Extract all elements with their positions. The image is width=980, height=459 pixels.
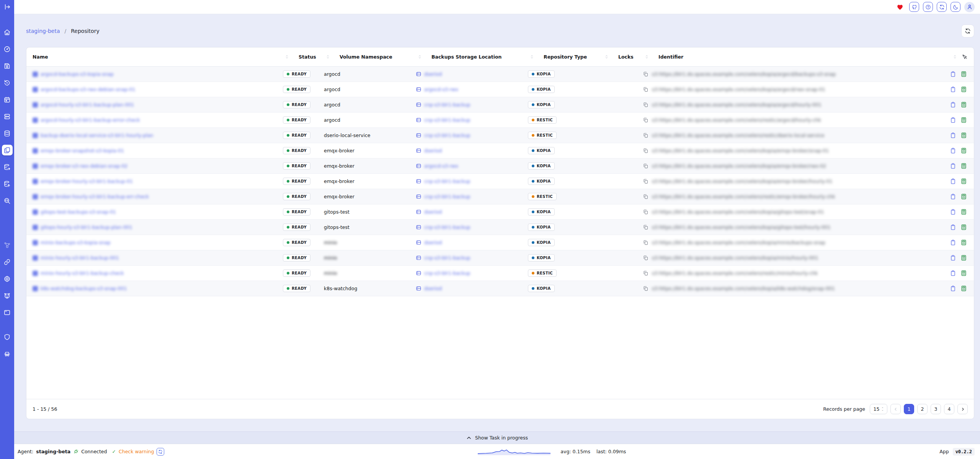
repository-name-link[interactable]: minio-backups-s3-kopia-snap [41, 240, 111, 245]
storage-location-link[interactable]: cnp-s3-blr1-backup [424, 178, 470, 184]
sidebar-item-settings[interactable] [2, 273, 13, 284]
sort-icon[interactable] [325, 54, 330, 59]
calculator-action-icon[interactable] [960, 163, 967, 169]
sort-icon[interactable] [284, 54, 289, 59]
repository-name-link[interactable]: k8s-watchdog-backups-s3-snap-001 [41, 286, 127, 291]
calculator-action-icon[interactable] [960, 101, 967, 108]
storage-location-link[interactable]: dseriod [424, 209, 442, 215]
page-prev-button[interactable] [890, 404, 901, 414]
calculator-action-icon[interactable] [960, 71, 967, 77]
storage-location-link[interactable]: dseriod [424, 240, 442, 245]
calculator-action-icon[interactable] [960, 132, 967, 139]
sidebar-item-console[interactable] [2, 307, 13, 318]
clipboard-action-icon[interactable] [950, 101, 956, 108]
repository-name-link[interactable]: argocd-backups-s3-rwx-debian-snap-01 [41, 87, 136, 92]
sidebar-item-dashboard[interactable] [2, 44, 13, 54]
repository-name-link[interactable]: argocd-hourly-s3-blr1-backup-error-check [41, 117, 140, 123]
clipboard-action-icon[interactable] [950, 163, 956, 169]
column-header-identifier[interactable]: Identifier [654, 54, 962, 60]
clipboard-action-icon[interactable] [950, 147, 956, 154]
page-next-button[interactable] [957, 404, 968, 414]
check-warning-link[interactable]: Check warning [119, 449, 154, 454]
breadcrumb-agent-link[interactable]: staging-beta [26, 28, 60, 34]
clipboard-action-icon[interactable] [950, 285, 956, 292]
sort-icon[interactable] [644, 54, 649, 59]
clipboard-action-icon[interactable] [950, 86, 956, 93]
repository-name-link[interactable]: backup-dserio-local-service-s3-blr1-hour… [41, 132, 154, 138]
user-avatar[interactable] [964, 2, 975, 12]
copy-icon[interactable] [643, 71, 648, 77]
repository-name-link[interactable]: minio-hourly-s3-blr1-backup-001 [41, 255, 119, 261]
copy-icon[interactable] [643, 224, 648, 230]
clipboard-action-icon[interactable] [950, 270, 956, 276]
page-button-3[interactable]: 3 [931, 404, 941, 414]
sidebar-item-backups-export[interactable] [2, 162, 13, 172]
sidebar-item-home[interactable] [2, 27, 13, 38]
repository-name-link[interactable]: minio-hourly-s3-blr1-backup-check [41, 270, 124, 276]
column-header-status[interactable]: Status [294, 54, 335, 60]
copy-icon[interactable] [643, 117, 648, 123]
calculator-action-icon[interactable] [960, 224, 967, 230]
sort-icon[interactable] [529, 54, 534, 59]
sidebar-item-security[interactable] [2, 332, 13, 342]
clipboard-action-icon[interactable] [950, 224, 956, 230]
copy-icon[interactable] [643, 148, 648, 154]
sidebar-item-storage-locations[interactable] [2, 111, 13, 122]
repository-name-link[interactable]: emqx-broker-snapshot-s3-kopia-01 [41, 148, 124, 154]
storage-location-link[interactable]: cnp-s3-blr1-backup [424, 102, 470, 108]
sidebar-item-watchdog[interactable] [2, 290, 13, 301]
calculator-action-icon[interactable] [960, 117, 967, 123]
page-button-4[interactable]: 4 [944, 404, 954, 414]
calculator-action-icon[interactable] [960, 285, 967, 292]
repository-name-link[interactable]: argocd-hourly-s3-blr1-backup-plan-001 [41, 102, 134, 108]
column-header-backups-storage-location[interactable]: Backups Storage Location [427, 54, 539, 60]
column-header-repository-type[interactable]: Repository Type [539, 54, 614, 60]
copy-icon[interactable] [643, 178, 648, 184]
storage-location-link[interactable]: cnp-s3-blr1-backup [424, 224, 470, 230]
clipboard-action-icon[interactable] [950, 132, 956, 139]
copy-icon[interactable] [643, 87, 648, 92]
copy-icon[interactable] [643, 194, 648, 199]
sidebar-item-backups[interactable] [2, 60, 13, 71]
copy-icon[interactable] [643, 270, 648, 276]
copy-icon[interactable] [643, 286, 648, 291]
sidebar-item-privacy[interactable] [2, 348, 13, 359]
repository-name-link[interactable]: gitops-test-backups-s3-snap-01 [41, 209, 116, 215]
show-task-bar[interactable]: Show Task in progress [14, 431, 980, 444]
sidebar-item-backups-upload[interactable] [2, 178, 13, 189]
sort-icon[interactable] [417, 54, 422, 59]
calculator-action-icon[interactable] [960, 270, 967, 276]
storage-location-link[interactable]: cnp-s3-blr1-backup [424, 194, 470, 199]
clipboard-action-icon[interactable] [950, 239, 956, 246]
calculator-action-icon[interactable] [960, 239, 967, 246]
clipboard-action-icon[interactable] [950, 209, 956, 215]
calculator-action-icon[interactable] [960, 178, 967, 185]
clipboard-action-icon[interactable] [950, 193, 956, 200]
page-button-1[interactable]: 1 [904, 404, 914, 414]
column-header-name[interactable]: Name [26, 54, 294, 60]
repository-name-link[interactable]: emqx-broker-s3-rwx-debian-snap-02 [41, 163, 127, 169]
dark-mode-button[interactable] [951, 2, 960, 12]
copy-icon[interactable] [643, 132, 648, 138]
storage-location-link[interactable]: argocd-s3-rwx [424, 87, 458, 92]
sidebar-item-inspect[interactable] [2, 195, 13, 206]
sidebar-item-links[interactable] [2, 256, 13, 267]
sidebar-item-snapshot-locations[interactable] [2, 128, 13, 139]
sidebar-item-repositories[interactable] [2, 145, 13, 155]
storage-location-link[interactable]: cnp-s3-blr1-backup [424, 255, 470, 261]
sort-icon[interactable] [604, 54, 609, 59]
table-refresh-button[interactable] [961, 25, 974, 38]
calculator-action-icon[interactable] [960, 255, 967, 261]
storage-location-link[interactable]: dseriod [424, 148, 442, 154]
page-button-2[interactable]: 2 [917, 404, 928, 414]
records-per-page-select[interactable]: 15 ⌃⌄ [870, 404, 887, 414]
sidebar-item-restores[interactable] [2, 77, 13, 88]
clipboard-action-icon[interactable] [950, 117, 956, 123]
clipboard-action-icon[interactable] [950, 255, 956, 261]
storage-location-link[interactable]: dseriod [424, 71, 442, 77]
column-header-locks[interactable]: Locks [614, 54, 654, 60]
clipboard-action-icon[interactable] [950, 71, 956, 77]
repository-name-link[interactable]: argocd-backups-s3-kopia-snap [41, 71, 114, 77]
calculator-action-icon[interactable] [960, 209, 967, 215]
warning-refresh-button[interactable] [157, 448, 164, 456]
